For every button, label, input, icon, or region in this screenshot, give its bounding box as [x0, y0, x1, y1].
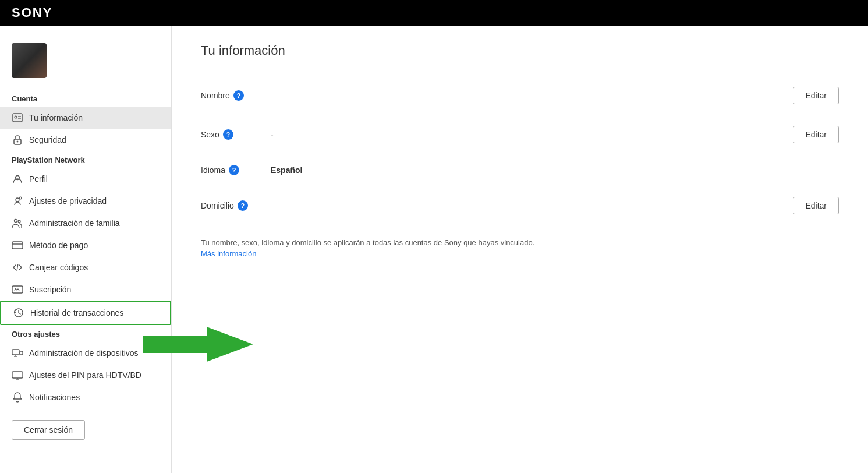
- sony-logo: SONY: [12, 5, 52, 20]
- sidebar-item-notificaciones-label: Notificaciones: [29, 393, 160, 402]
- idioma-help-icon[interactable]: ?: [229, 165, 239, 175]
- sidebar-item-perfil-label: Perfil: [29, 174, 160, 183]
- svg-rect-17: [12, 350, 19, 355]
- domicilio-edit-button[interactable]: Editar: [793, 197, 839, 214]
- devices-icon: [12, 347, 23, 359]
- svg-rect-0: [13, 114, 22, 122]
- profile-icon: [12, 173, 23, 185]
- svg-point-11: [18, 220, 20, 223]
- tv-icon: [12, 369, 23, 381]
- svg-line-14: [17, 264, 18, 271]
- sidebar-item-suscripcion[interactable]: Suscripción: [0, 278, 171, 301]
- svg-rect-12: [12, 242, 23, 249]
- page-title: Tu información: [201, 43, 839, 58]
- sexo-label: Sexo ?: [201, 129, 271, 140]
- psn-section-label: PlayStation Network: [0, 151, 171, 168]
- nombre-label: Nombre ?: [201, 90, 271, 101]
- domicilio-help-icon[interactable]: ?: [238, 200, 248, 211]
- idioma-value: Español: [271, 165, 839, 175]
- otros-section-label: Otros ajustes: [0, 325, 171, 342]
- sidebar-item-tu-informacion-label: Tu información: [29, 113, 160, 122]
- svg-rect-21: [12, 372, 23, 378]
- sexo-edit-button[interactable]: Editar: [793, 126, 839, 143]
- sidebar-item-codigos-label: Canjear códigos: [29, 263, 160, 272]
- domicilio-edit-container: Editar: [793, 197, 839, 214]
- sidebar-item-codigos[interactable]: Canjear códigos: [0, 256, 171, 278]
- sidebar-item-privacidad[interactable]: Ajustes de privacidad: [0, 190, 171, 212]
- idioma-row: Idioma ? Español: [201, 154, 839, 186]
- sexo-edit-container: Editar: [793, 126, 839, 143]
- nombre-edit-container: Editar: [793, 87, 839, 104]
- person-card-icon: [12, 112, 23, 123]
- sidebar-item-notificaciones[interactable]: Notificaciones: [0, 386, 171, 408]
- sidebar-item-pago[interactable]: Método de pago: [0, 234, 171, 256]
- topbar: SONY: [0, 0, 868, 26]
- sidebar-item-seguridad[interactable]: Seguridad: [0, 129, 171, 151]
- history-icon: [13, 307, 24, 319]
- family-icon: [12, 217, 23, 229]
- sidebar: Cuenta Tu información Segurida: [0, 26, 172, 473]
- sidebar-item-perfil[interactable]: Perfil: [0, 168, 171, 190]
- sexo-value: -: [271, 130, 793, 139]
- bell-icon: [12, 391, 23, 403]
- avatar-container: [0, 37, 171, 90]
- nombre-help-icon[interactable]: ?: [233, 90, 244, 101]
- more-info-link[interactable]: Más información: [201, 249, 256, 258]
- sexo-help-icon[interactable]: ?: [223, 129, 233, 140]
- avatar[interactable]: [12, 43, 47, 78]
- svg-rect-18: [20, 351, 23, 355]
- nombre-edit-button[interactable]: Editar: [793, 87, 839, 104]
- domicilio-row: Domicilio ? Editar: [201, 186, 839, 225]
- sidebar-item-historial[interactable]: Historial de transacciones: [0, 301, 171, 325]
- sexo-row: Sexo ? - Editar: [201, 115, 839, 154]
- sidebar-item-pago-label: Método de pago: [29, 241, 160, 250]
- info-note: Tu nombre, sexo, idioma y domicilio se a…: [201, 237, 839, 249]
- sidebar-item-suscripcion-label: Suscripción: [29, 285, 160, 294]
- svg-point-9: [20, 197, 21, 199]
- sidebar-item-tu-informacion[interactable]: Tu información: [0, 107, 171, 129]
- sidebar-item-dispositivos[interactable]: Administración de dispositivos: [0, 342, 171, 364]
- sidebar-item-pin-hdtv-label: Ajustes del PIN para HDTV/BD: [29, 370, 160, 380]
- svg-point-10: [15, 220, 17, 223]
- sidebar-item-familia-label: Administración de familia: [29, 218, 160, 228]
- code-icon: [12, 262, 23, 273]
- sidebar-item-familia[interactable]: Administración de familia: [0, 212, 171, 234]
- sidebar-item-dispositivos-label: Administración de dispositivos: [29, 348, 160, 358]
- sidebar-item-privacidad-label: Ajustes de privacidad: [29, 196, 160, 206]
- svg-point-1: [15, 116, 17, 118]
- sidebar-item-historial-label: Historial de transacciones: [30, 308, 158, 317]
- cuenta-section-label: Cuenta: [0, 90, 171, 107]
- domicilio-label: Domicilio ?: [201, 200, 271, 211]
- main-content: Tu información Nombre ? Editar Sexo ? - …: [172, 26, 868, 473]
- svg-point-5: [17, 141, 19, 143]
- privacy-icon: [12, 195, 23, 207]
- subscription-icon: [12, 284, 23, 295]
- sidebar-item-seguridad-label: Seguridad: [29, 135, 160, 144]
- svg-point-7: [16, 198, 19, 202]
- lock-icon: [12, 134, 23, 146]
- card-icon: [12, 239, 23, 251]
- nombre-row: Nombre ? Editar: [201, 76, 839, 115]
- sidebar-item-pin-hdtv[interactable]: Ajustes del PIN para HDTV/BD: [0, 364, 171, 386]
- logout-button[interactable]: Cerrar sesión: [12, 420, 85, 440]
- idioma-label: Idioma ?: [201, 165, 271, 175]
